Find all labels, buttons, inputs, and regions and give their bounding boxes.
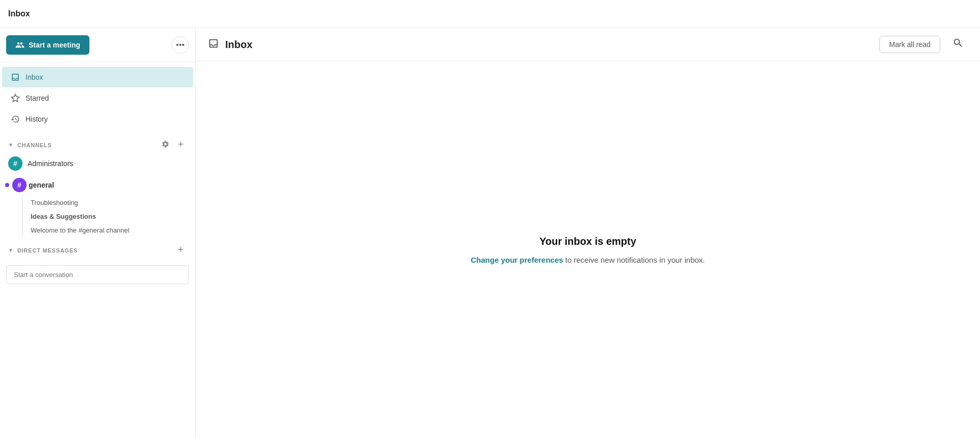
main-content: Inbox Mark all read Your inbox is empty … bbox=[196, 28, 980, 438]
empty-state-title: Your inbox is empty bbox=[539, 236, 636, 247]
channels-settings-button[interactable] bbox=[159, 139, 172, 151]
starred-label: Starred bbox=[26, 94, 49, 102]
content-title-area: Inbox bbox=[208, 38, 252, 52]
empty-state: Your inbox is empty Change your preferen… bbox=[196, 61, 980, 438]
channel-avatar-administrators: # bbox=[8, 156, 22, 171]
sub-channel-welcome[interactable]: Welcome to the #general channel bbox=[0, 223, 195, 237]
channel-name-administrators: Administrators bbox=[28, 159, 73, 168]
channel-name-general: general bbox=[29, 181, 54, 189]
gear-icon bbox=[161, 140, 170, 148]
start-meeting-label: Start a meeting bbox=[29, 41, 80, 49]
mark-all-read-button[interactable]: Mark all read bbox=[879, 36, 940, 53]
sidebar-item-inbox[interactable]: Inbox bbox=[2, 67, 193, 87]
sub-channel-welcome-label: Welcome to the #general channel bbox=[31, 226, 129, 234]
channel-item-general[interactable]: # general bbox=[0, 174, 195, 196]
sub-channel-troubleshooting[interactable]: Troubleshooting bbox=[0, 196, 195, 210]
sub-channel-troubleshooting-label: Troubleshooting bbox=[31, 199, 78, 206]
more-options-button[interactable]: ••• bbox=[172, 36, 189, 54]
channels-section-title: CHANNELS bbox=[17, 142, 52, 148]
history-icon bbox=[10, 114, 20, 124]
more-options-dots: ••• bbox=[176, 40, 185, 50]
app-title: Inbox bbox=[8, 9, 30, 18]
dm-plus-icon bbox=[177, 245, 185, 253]
channels-add-button[interactable] bbox=[175, 139, 187, 151]
unread-dot-general bbox=[5, 183, 9, 187]
conversation-input-container bbox=[0, 260, 195, 289]
sidebar-item-history[interactable]: History bbox=[2, 109, 193, 129]
starred-icon bbox=[10, 93, 20, 103]
dm-add-button[interactable] bbox=[175, 244, 187, 256]
conversation-input[interactable] bbox=[6, 265, 189, 284]
content-inbox-icon bbox=[208, 38, 219, 52]
empty-state-desc-post: to receive new notifications in your inb… bbox=[563, 256, 705, 264]
inbox-icon bbox=[10, 72, 20, 82]
sub-channel-ideas-label: Ideas & Suggestions bbox=[31, 213, 96, 220]
sidebar-item-starred[interactable]: Starred bbox=[2, 88, 193, 108]
dm-section-title: DIRECT MESSAGES bbox=[17, 247, 78, 253]
start-meeting-button[interactable]: Start a meeting bbox=[6, 35, 89, 55]
empty-state-desc: Change your preferences to receive new n… bbox=[471, 256, 705, 264]
meeting-icon bbox=[15, 40, 25, 50]
header-actions: Mark all read bbox=[879, 35, 968, 54]
channels-section-toggle[interactable]: ▼ CHANNELS bbox=[8, 142, 52, 148]
svg-marker-0 bbox=[12, 95, 19, 102]
dm-section-header: ▼ DIRECT MESSAGES bbox=[0, 239, 195, 258]
search-button[interactable] bbox=[948, 35, 968, 54]
main-layout: Start a meeting ••• Inbox bbox=[0, 28, 980, 438]
search-icon bbox=[952, 37, 964, 49]
inbox-label: Inbox bbox=[26, 73, 43, 81]
channel-item-administrators[interactable]: # Administrators bbox=[0, 153, 195, 174]
sidebar-header: Start a meeting ••• bbox=[0, 28, 195, 62]
channels-section-header: ▼ CHANNELS bbox=[0, 134, 195, 153]
history-label: History bbox=[26, 115, 48, 123]
plus-icon bbox=[177, 140, 185, 148]
dm-section: ▼ DIRECT MESSAGES bbox=[0, 239, 195, 258]
content-header: Inbox Mark all read bbox=[196, 28, 980, 61]
top-bar: Inbox bbox=[0, 0, 980, 28]
dm-section-actions bbox=[175, 244, 187, 256]
change-preferences-link[interactable]: Change your preferences bbox=[471, 256, 563, 264]
dm-section-toggle[interactable]: ▼ DIRECT MESSAGES bbox=[8, 247, 78, 253]
channels-section-actions bbox=[159, 139, 187, 151]
sidebar: Start a meeting ••• Inbox bbox=[0, 28, 196, 438]
dm-chevron-icon: ▼ bbox=[8, 247, 13, 253]
sub-channel-ideas[interactable]: Ideas & Suggestions bbox=[0, 210, 195, 223]
channel-avatar-general: # bbox=[12, 178, 27, 192]
nav-section: Inbox Starred History bbox=[0, 62, 195, 134]
content-title: Inbox bbox=[225, 39, 252, 51]
channels-chevron-icon: ▼ bbox=[8, 142, 13, 148]
